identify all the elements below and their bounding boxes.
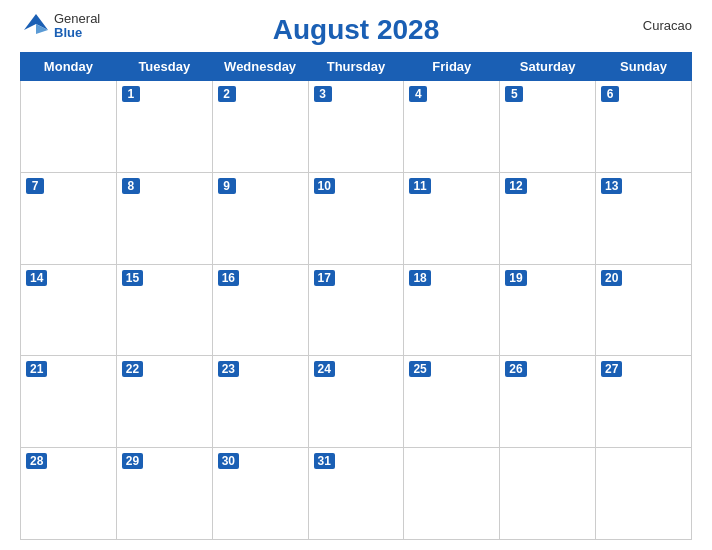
calendar-day-11: 11 bbox=[404, 172, 500, 264]
calendar-day-15: 15 bbox=[116, 264, 212, 356]
calendar-week-1: 123456 bbox=[21, 81, 692, 173]
weekday-header-row: MondayTuesdayWednesdayThursdayFridaySatu… bbox=[21, 53, 692, 81]
logo-bird-icon bbox=[20, 10, 52, 42]
calendar-day-3: 3 bbox=[308, 81, 404, 173]
calendar-day-13: 13 bbox=[596, 172, 692, 264]
calendar-day-20: 20 bbox=[596, 264, 692, 356]
calendar-day-16: 16 bbox=[212, 264, 308, 356]
calendar-day-25: 25 bbox=[404, 356, 500, 448]
day-number: 22 bbox=[122, 361, 143, 377]
day-number: 30 bbox=[218, 453, 239, 469]
weekday-header-sunday: Sunday bbox=[596, 53, 692, 81]
day-number: 5 bbox=[505, 86, 523, 102]
day-number: 4 bbox=[409, 86, 427, 102]
calendar-week-5: 28293031 bbox=[21, 448, 692, 540]
day-number: 16 bbox=[218, 270, 239, 286]
calendar-empty-cell bbox=[596, 448, 692, 540]
calendar-day-28: 28 bbox=[21, 448, 117, 540]
calendar-day-21: 21 bbox=[21, 356, 117, 448]
calendar-day-8: 8 bbox=[116, 172, 212, 264]
calendar-day-30: 30 bbox=[212, 448, 308, 540]
weekday-header-wednesday: Wednesday bbox=[212, 53, 308, 81]
calendar-empty-cell bbox=[21, 81, 117, 173]
calendar-day-2: 2 bbox=[212, 81, 308, 173]
calendar-day-5: 5 bbox=[500, 81, 596, 173]
calendar-day-6: 6 bbox=[596, 81, 692, 173]
day-number: 9 bbox=[218, 178, 236, 194]
day-number: 12 bbox=[505, 178, 526, 194]
day-number: 24 bbox=[314, 361, 335, 377]
day-number: 31 bbox=[314, 453, 335, 469]
weekday-header-saturday: Saturday bbox=[500, 53, 596, 81]
day-number: 1 bbox=[122, 86, 140, 102]
day-number: 10 bbox=[314, 178, 335, 194]
calendar-empty-cell bbox=[404, 448, 500, 540]
day-number: 7 bbox=[26, 178, 44, 194]
day-number: 11 bbox=[409, 178, 430, 194]
weekday-header-monday: Monday bbox=[21, 53, 117, 81]
day-number: 25 bbox=[409, 361, 430, 377]
day-number: 17 bbox=[314, 270, 335, 286]
day-number: 20 bbox=[601, 270, 622, 286]
day-number: 19 bbox=[505, 270, 526, 286]
logo-area: General Blue bbox=[20, 10, 100, 42]
calendar-header: General Blue August 2028 Curacao bbox=[20, 10, 692, 46]
day-number: 13 bbox=[601, 178, 622, 194]
calendar-week-4: 21222324252627 bbox=[21, 356, 692, 448]
day-number: 3 bbox=[314, 86, 332, 102]
day-number: 14 bbox=[26, 270, 47, 286]
calendar-day-4: 4 bbox=[404, 81, 500, 173]
calendar-day-19: 19 bbox=[500, 264, 596, 356]
day-number: 29 bbox=[122, 453, 143, 469]
calendar-day-1: 1 bbox=[116, 81, 212, 173]
day-number: 18 bbox=[409, 270, 430, 286]
calendar-day-10: 10 bbox=[308, 172, 404, 264]
day-number: 21 bbox=[26, 361, 47, 377]
calendar-day-31: 31 bbox=[308, 448, 404, 540]
day-number: 6 bbox=[601, 86, 619, 102]
calendar-day-22: 22 bbox=[116, 356, 212, 448]
calendar-day-9: 9 bbox=[212, 172, 308, 264]
calendar-day-12: 12 bbox=[500, 172, 596, 264]
weekday-header-thursday: Thursday bbox=[308, 53, 404, 81]
calendar-day-26: 26 bbox=[500, 356, 596, 448]
calendar-week-3: 14151617181920 bbox=[21, 264, 692, 356]
logo-general-text: General bbox=[54, 12, 100, 26]
calendar-table: MondayTuesdayWednesdayThursdayFridaySatu… bbox=[20, 52, 692, 540]
day-number: 15 bbox=[122, 270, 143, 286]
calendar-day-17: 17 bbox=[308, 264, 404, 356]
calendar-title: August 2028 bbox=[273, 14, 440, 46]
day-number: 23 bbox=[218, 361, 239, 377]
weekday-header-friday: Friday bbox=[404, 53, 500, 81]
day-number: 8 bbox=[122, 178, 140, 194]
calendar-day-29: 29 bbox=[116, 448, 212, 540]
day-number: 28 bbox=[26, 453, 47, 469]
calendar-day-18: 18 bbox=[404, 264, 500, 356]
day-number: 26 bbox=[505, 361, 526, 377]
weekday-header-tuesday: Tuesday bbox=[116, 53, 212, 81]
calendar-day-7: 7 bbox=[21, 172, 117, 264]
calendar-empty-cell bbox=[500, 448, 596, 540]
day-number: 27 bbox=[601, 361, 622, 377]
logo-blue-text: Blue bbox=[54, 26, 100, 40]
calendar-day-27: 27 bbox=[596, 356, 692, 448]
calendar-week-2: 78910111213 bbox=[21, 172, 692, 264]
location-label: Curacao bbox=[643, 18, 692, 33]
calendar-day-14: 14 bbox=[21, 264, 117, 356]
calendar-day-24: 24 bbox=[308, 356, 404, 448]
calendar-day-23: 23 bbox=[212, 356, 308, 448]
day-number: 2 bbox=[218, 86, 236, 102]
